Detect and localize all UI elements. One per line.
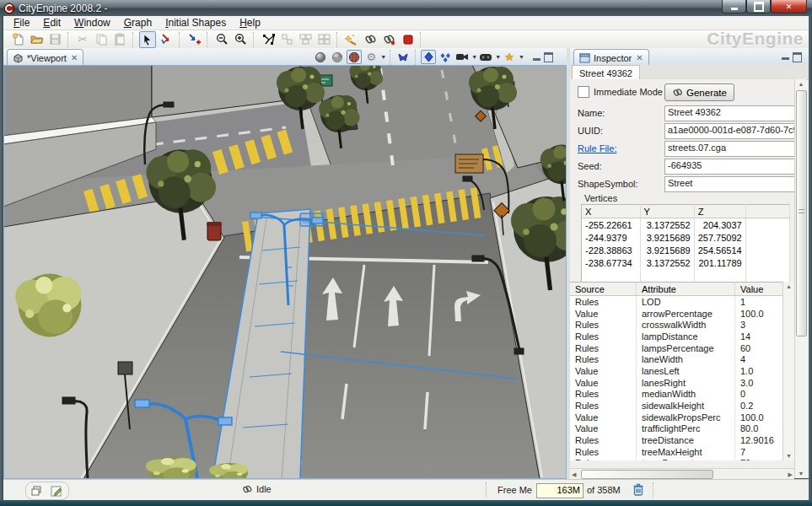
restore-windows-icon[interactable] [30, 485, 43, 497]
attribute-row[interactable]: ValuelanesRight3.0 [570, 377, 782, 389]
vertices-header-z[interactable]: Z [694, 205, 745, 218]
scroll-up-icon[interactable]: ▲ [795, 79, 807, 89]
maximize-button[interactable] [746, 0, 771, 13]
save-icon[interactable] [46, 31, 63, 48]
edit-polygon-icon[interactable] [260, 31, 277, 48]
layout-windows-icon[interactable] [297, 31, 314, 48]
attribute-row[interactable]: ValuelanesLeft1.0 [570, 365, 782, 377]
menu-edit[interactable]: Edit [36, 16, 67, 30]
attribute-row[interactable]: ValuesidewalkPropsPerc100.0 [570, 412, 782, 423]
vertices-header-x[interactable]: X [582, 205, 641, 218]
attribute-row[interactable]: RuleslampsPercentage60 [570, 342, 782, 354]
minimize-button[interactable] [722, 0, 746, 13]
paste-icon[interactable] [111, 31, 128, 48]
gear-dropdown-icon[interactable]: ▼ [380, 54, 386, 60]
navigate-tool-icon[interactable] [395, 50, 411, 64]
menu-graph[interactable]: Graph [117, 16, 159, 30]
menu-help[interactable]: Help [233, 16, 267, 30]
vertices-table[interactable]: X Y Z -255.226613.1372552204.3037 -244.9… [581, 204, 790, 287]
attr-header-source[interactable]: Source [570, 283, 637, 296]
scroll-up-icon[interactable]: ▲ [783, 282, 794, 291]
attribute-row[interactable]: RulestreesPercentage70 [570, 458, 782, 460]
viewport-canvas[interactable] [3, 65, 567, 479]
attributes-vertical-scrollbar[interactable]: ▲ ▼ [782, 282, 794, 460]
inspector-vertical-scrollbar[interactable]: ▲ ▼ [794, 79, 807, 478]
scroll-right-icon[interactable]: ▶ [788, 470, 793, 479]
open-folder-icon[interactable] [28, 31, 45, 48]
vertices-header-y[interactable]: Y [640, 205, 694, 218]
stop-icon[interactable] [399, 31, 416, 48]
close-button[interactable]: ✕ [771, 0, 807, 13]
move-tool-icon[interactable] [158, 31, 175, 48]
vertex-row[interactable]: -238.677343.1372552201.11789 [582, 256, 790, 269]
wand-tool-icon[interactable] [343, 31, 360, 48]
views-dropdown-icon[interactable]: ▼ [495, 54, 501, 60]
select-tool-icon[interactable] [139, 31, 156, 48]
generate-link-alt-icon[interactable] [380, 31, 397, 48]
vertical-scroll-thumb[interactable] [796, 90, 807, 336]
menu-file[interactable]: File [7, 16, 36, 30]
scroll-left-icon[interactable]: ◀ [572, 470, 576, 479]
attribute-row[interactable]: RulescrosswalkWidth3 [570, 319, 782, 331]
wireframe-sphere-icon[interactable] [313, 50, 328, 64]
maximize-view-icon[interactable] [544, 52, 553, 62]
title-bar[interactable]: CityEngine 2008.2 - [0, 0, 812, 16]
immediate-mode-checkbox[interactable] [578, 86, 589, 98]
attribute-row[interactable]: RuleslampDistance14 [570, 331, 782, 342]
bookmark-star-icon[interactable]: ★ [502, 50, 517, 64]
camera-dropdown-icon[interactable]: ▼ [471, 54, 477, 60]
add-shape-icon[interactable] [186, 31, 202, 48]
attribute-row[interactable]: RulesLOD1 [570, 296, 782, 308]
vertex-row[interactable]: -255.226613.1372552204.3037 [582, 218, 790, 232]
name-field[interactable]: Street 49362 [664, 105, 794, 121]
attribute-row[interactable]: RulesmedianWidth0 [570, 389, 782, 401]
inspector-horizontal-scrollbar[interactable]: ◀ ▶ [570, 468, 794, 479]
attribute-row[interactable]: RulestreeMaxHeight7 [570, 446, 782, 458]
vertex-row[interactable]: -228.388633.9215689254.56514 [582, 244, 790, 256]
copy-icon[interactable] [93, 31, 110, 48]
horizontal-scroll-thumb[interactable] [581, 470, 713, 479]
seed-field[interactable]: -664935 [664, 159, 794, 175]
inspector-minimize-icon[interactable] [782, 52, 789, 60]
inspector-close-icon[interactable]: ✕ [636, 53, 643, 62]
minimize-view-icon[interactable] [533, 53, 540, 61]
select-group-icon[interactable] [438, 50, 453, 64]
edit-note-icon[interactable] [50, 485, 64, 498]
new-file-icon[interactable] [9, 31, 26, 48]
scroll-down-icon[interactable]: ▼ [783, 451, 794, 460]
layout-grid-icon[interactable] [315, 31, 332, 48]
uuid-field[interactable]: a1ae0000-001d-e087-7d60-7c9fb43311d [664, 123, 794, 139]
attribute-row[interactable]: RulessidewalkHeight0.2 [570, 400, 782, 412]
viewport-tab[interactable]: *Viewport ✕ [7, 49, 83, 66]
attr-header-value[interactable]: Value [735, 283, 783, 296]
shape-tab[interactable]: Street 49362 [572, 65, 640, 80]
inspector-tab[interactable]: Inspector ✕ [573, 49, 649, 66]
attribute-row[interactable]: RuleslaneWidth4 [570, 353, 782, 365]
zoom-in-icon[interactable] [232, 31, 249, 48]
garbage-collect-icon[interactable] [632, 482, 644, 497]
menu-window[interactable]: Window [67, 16, 117, 30]
attribute-row[interactable]: ValuetrafficlightPerc80.0 [570, 423, 782, 435]
viewport-close-icon[interactable]: ✕ [71, 53, 78, 62]
attributes-table[interactable]: Source Attribute Value RulesLOD1 Valuear… [570, 282, 782, 460]
attribute-row[interactable]: RulestreeDistance12.9016 [570, 434, 782, 446]
cut-icon[interactable]: ✂ [74, 31, 91, 48]
vertex-row[interactable]: -244.93793.9215689257.75092 [582, 231, 790, 244]
attr-header-attribute[interactable]: Attribute [637, 283, 735, 296]
generate-link-icon[interactable] [362, 31, 379, 48]
memory-used-field[interactable]: 163M [536, 483, 583, 498]
inspector-maximize-icon[interactable] [793, 52, 802, 62]
scroll-down-icon[interactable]: ▼ [795, 469, 807, 478]
textured-sphere-icon[interactable] [347, 50, 362, 64]
star-dropdown-icon[interactable]: ▼ [519, 54, 524, 60]
menu-initial-shapes[interactable]: Initial Shapes [159, 16, 233, 30]
shape-symbol-field[interactable]: Street [664, 176, 794, 192]
rule-file-field[interactable]: streets.07.cga [664, 141, 794, 157]
zoom-out-icon[interactable] [213, 31, 230, 48]
views-icon[interactable] [478, 50, 493, 64]
shaded-sphere-icon[interactable] [330, 50, 345, 64]
select-blue-icon[interactable] [421, 50, 436, 64]
settings-gear-icon[interactable]: ⚙ [363, 50, 379, 64]
attribute-row[interactable]: ValuearrowPercentage100.0 [570, 308, 782, 320]
rule-file-link[interactable]: Rule File: [578, 143, 616, 153]
